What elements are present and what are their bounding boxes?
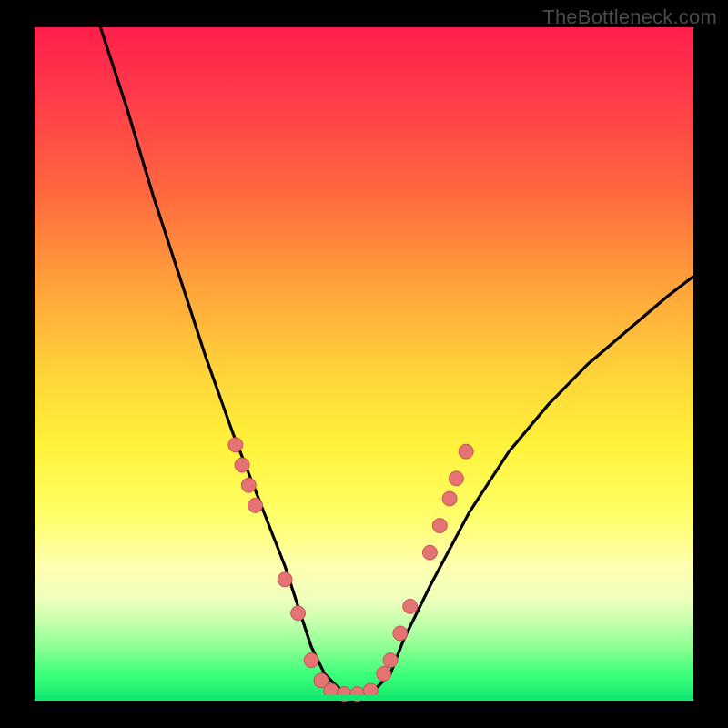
chart-markers: [228, 438, 473, 702]
chart-marker: [235, 458, 249, 472]
chart-bottom-band: [35, 695, 693, 701]
chart-marker: [403, 599, 418, 613]
curve-path: [100, 27, 693, 694]
chart-marker: [241, 478, 256, 492]
chart-marker: [422, 545, 437, 560]
chart-marker: [383, 653, 398, 668]
chart-marker: [377, 666, 391, 681]
chart-marker: [432, 519, 447, 533]
chart-marker: [304, 653, 318, 668]
chart-marker: [248, 498, 263, 512]
chart-marker: [228, 438, 243, 452]
bottleneck-curve: [100, 27, 693, 694]
chart-marker: [291, 606, 306, 621]
chart-svg: [35, 27, 693, 701]
chart-marker: [442, 491, 457, 506]
chart-marker: [393, 626, 408, 641]
chart-marker: [459, 444, 473, 459]
chart-frame: TheBottleneck.com: [0, 0, 728, 728]
chart-marker: [449, 471, 463, 486]
chart-plot-area: [35, 27, 693, 701]
chart-marker: [278, 572, 292, 587]
watermark-text: TheBottleneck.com: [542, 5, 717, 29]
